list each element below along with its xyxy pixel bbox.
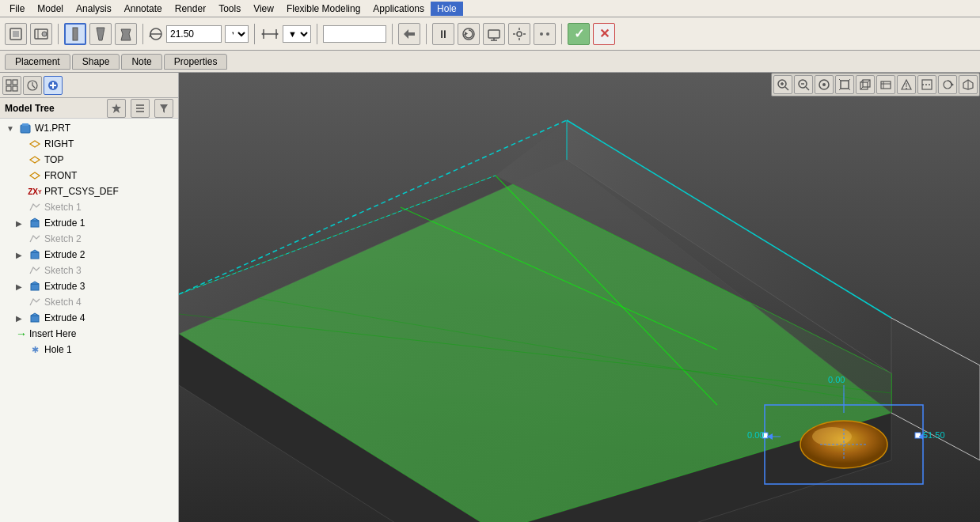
vp-orient[interactable] [897,75,916,94]
cycle-btn[interactable] [458,23,480,45]
tab-properties[interactable]: Properties [164,54,228,70]
flip-btn[interactable] [398,23,420,45]
tree-item-label-sketch4: Sketch 4 [44,297,175,308]
tree-item-label-top: TOP [44,154,175,165]
menu-view[interactable]: View [247,2,280,16]
vp-cross-section[interactable] [917,75,936,94]
tree-item-front[interactable]: FRONT [0,168,178,183]
svg-point-4 [42,32,47,36]
extrude-icon-1 [28,216,42,230]
hole-sketch-btn[interactable] [30,23,52,45]
tree-item-extrude3[interactable]: ▶ Extrude 3 [0,278,178,294]
tree-item-sketch4[interactable]: Sketch 4 [0,294,178,310]
vp-spin[interactable] [938,75,957,94]
viewport[interactable]: 0.00 51.50 0.00 [179,73,980,522]
sidebar-tree-btn[interactable] [2,76,21,95]
hole-simple-btn[interactable] [5,23,27,45]
diameter-icon [149,27,163,41]
vp-zoom-in[interactable] [773,75,792,94]
options-btn[interactable] [508,23,530,45]
dim-label-right: 51.50 [923,430,945,440]
toolbar: ▼ ▼ ⏸ ✓ ✕ [0,17,980,51]
datum-plane-icon-front [28,168,42,183]
tree-item-label-csys: PRT_CSYS_DEF [44,186,175,197]
diameter-input[interactable] [166,25,222,43]
tree-item-sketch2[interactable]: Sketch 2 [0,231,178,247]
sidebar: Model Tree ▼ W1.PRT [0,73,179,522]
menu-render[interactable]: Render [169,2,212,16]
svg-line-67 [839,89,841,90]
menu-model[interactable]: Model [31,2,70,16]
display-btn[interactable] [483,23,505,45]
diameter-unit-select[interactable]: ▼ [225,25,249,43]
toolbar-sep-7 [561,24,562,44]
menu-hole[interactable]: Hole [431,2,463,16]
tree-item-extrude4[interactable]: ▶ Extrude 4 [0,310,178,326]
datum-plane-icon-top [28,153,42,167]
hole-straight-btn[interactable] [64,23,86,45]
3d-scene[interactable]: 0.00 51.50 0.00 [179,73,980,522]
depth-value-input[interactable] [323,25,386,43]
sketch-icon-4 [28,295,42,309]
toolbar-sep-6 [426,24,427,44]
tree-item-right[interactable]: RIGHT [0,136,178,152]
confirm-btn[interactable]: ✓ [568,23,590,45]
tree-item-label-insert-here: Insert Here [29,328,175,339]
sketch-icon-3 [28,263,42,278]
menu-flexible-modeling[interactable]: Flexible Modeling [280,2,367,16]
pause-btn[interactable]: ⏸ [432,23,454,45]
sidebar-history-btn[interactable] [23,76,42,95]
cancel-btn[interactable]: ✕ [593,23,615,45]
vp-refit[interactable] [835,75,854,94]
svg-marker-14 [261,32,264,36]
menu-tools[interactable]: Tools [212,2,247,16]
expand-icon-extrude4: ▶ [16,314,25,323]
tree-item-insert-here[interactable]: → Insert Here [0,326,178,342]
model-tree-columns-btn[interactable] [131,99,150,118]
vp-saved-views[interactable] [876,75,895,94]
extrude-icon-3 [28,279,42,293]
vp-zoom-out[interactable] [794,75,813,94]
tree-item-root[interactable]: ▼ W1.PRT [0,120,178,136]
tree-item-extrude2[interactable]: ▶ Extrude 2 [0,247,178,263]
tree-item-top[interactable]: TOP [0,152,178,168]
viewport-toolbar [771,73,980,96]
tree-item-extrude1[interactable]: ▶ Extrude 1 [0,215,178,231]
svg-point-22 [517,32,522,36]
tree-item-hole1[interactable]: ✱ Hole 1 [0,342,178,357]
hole-standard-btn[interactable] [115,23,137,45]
depth-icon [260,26,279,42]
tab-note[interactable]: Note [121,54,161,70]
svg-point-79 [906,88,907,89]
tabs-bar: Placement Shape Note Properties [0,51,980,73]
tree-item-label-front: FRONT [44,170,175,181]
tab-placement[interactable]: Placement [5,54,70,70]
expand-icon-extrude2: ▶ [16,251,25,259]
svg-rect-74 [881,81,891,89]
svg-point-27 [540,32,543,36]
vp-zoom-reset[interactable] [815,75,834,94]
extrude-icon-4 [28,311,42,325]
menu-annotate[interactable]: Annotate [118,2,169,16]
tree-item-sketch3[interactable]: Sketch 3 [0,263,178,278]
svg-marker-18 [465,32,468,36]
menu-file[interactable]: File [3,2,31,16]
sidebar-new-btn[interactable] [44,76,63,95]
vp-display[interactable] [959,75,978,94]
expand-options-btn[interactable] [534,23,556,45]
model-tree-header: Model Tree [0,98,178,119]
model-tree-settings-btn[interactable] [107,99,126,118]
svg-rect-31 [6,86,11,91]
menu-applications[interactable]: Applications [367,2,431,16]
vp-view-box[interactable] [856,75,875,94]
menu-analysis[interactable]: Analysis [70,2,118,16]
expand-icon-root: ▼ [6,124,16,133]
tree-item-csys[interactable]: ZXY PRT_CSYS_DEF [0,183,178,199]
hole-tapered-btn[interactable] [89,23,112,45]
tree-item-sketch1[interactable]: Sketch 1 [0,199,178,215]
extrude-icon-2 [28,248,42,262]
model-tree-filter-btn[interactable] [154,99,173,118]
tab-shape[interactable]: Shape [72,54,120,70]
depth-type-select[interactable]: ▼ [283,25,311,43]
svg-point-63 [822,83,826,86]
